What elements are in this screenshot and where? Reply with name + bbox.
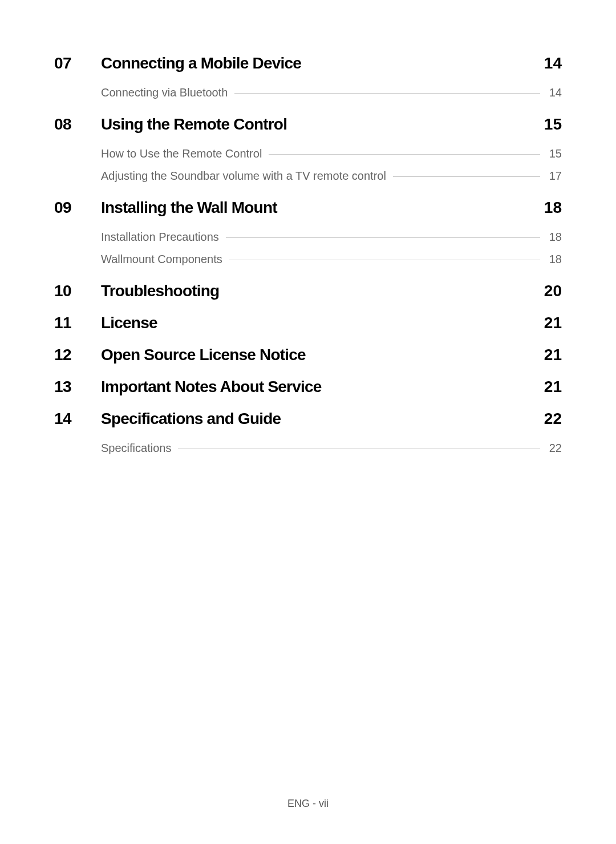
toc-title: Connecting a Mobile Device: [101, 54, 533, 72]
toc-heading[interactable]: 13Important Notes About Service21: [54, 378, 562, 396]
toc-heading[interactable]: 10Troubleshooting20: [54, 282, 562, 300]
page-footer: ENG - vii: [0, 798, 616, 810]
toc-section: 12Open Source License Notice21: [54, 346, 562, 364]
toc-number: 13: [54, 378, 101, 396]
toc-section: 11License21: [54, 314, 562, 332]
toc-number: 07: [54, 54, 101, 72]
toc-subpage: 18: [545, 231, 562, 244]
toc-number: 09: [54, 199, 101, 217]
toc-leader-line: [226, 237, 540, 238]
toc-heading[interactable]: 14Specifications and Guide22: [54, 410, 562, 428]
toc-number: 12: [54, 346, 101, 364]
toc-page: 21: [533, 346, 562, 364]
toc-heading[interactable]: 08Using the Remote Control15: [54, 115, 562, 134]
toc-section: 14Specifications and Guide22Specificatio…: [54, 410, 562, 455]
toc-title: License: [101, 314, 533, 332]
toc-title: Important Notes About Service: [101, 378, 533, 396]
toc-page: 20: [533, 282, 562, 300]
toc-subitem[interactable]: Adjusting the Soundbar volume with a TV …: [54, 169, 562, 183]
toc-heading[interactable]: 07Connecting a Mobile Device14: [54, 54, 562, 72]
toc-number: 11: [54, 314, 101, 332]
table-of-contents: 07Connecting a Mobile Device14Connecting…: [54, 54, 562, 455]
toc-subitem[interactable]: How to Use the Remote Control15: [54, 147, 562, 160]
toc-page: 22: [533, 410, 562, 428]
toc-subitem[interactable]: Specifications22: [54, 442, 562, 455]
toc-subitem[interactable]: Connecting via Bluetooth14: [54, 86, 562, 99]
toc-leader-line: [269, 154, 540, 155]
toc-subtitle: Installation Precautions: [101, 231, 226, 244]
toc-page: 18: [533, 199, 562, 217]
toc-title: Troubleshooting: [101, 282, 533, 300]
toc-subtitle: Wallmount Components: [101, 253, 229, 266]
toc-page: 21: [533, 378, 562, 396]
toc-number: 08: [54, 115, 101, 134]
toc-section: 10Troubleshooting20: [54, 282, 562, 300]
toc-title: Installing the Wall Mount: [101, 199, 533, 217]
toc-subtitle: How to Use the Remote Control: [101, 147, 269, 160]
toc-subpage: 17: [545, 169, 562, 183]
toc-section: 08Using the Remote Control15How to Use t…: [54, 115, 562, 183]
toc-subtitle: Adjusting the Soundbar volume with a TV …: [101, 169, 393, 183]
toc-subtitle: Specifications: [101, 442, 178, 455]
toc-number: 14: [54, 410, 101, 428]
toc-leader-line: [393, 176, 540, 177]
toc-page: 15: [533, 115, 562, 134]
toc-subitem[interactable]: Installation Precautions18: [54, 231, 562, 244]
toc-subitem[interactable]: Wallmount Components18: [54, 253, 562, 266]
toc-title: Using the Remote Control: [101, 115, 533, 134]
toc-leader-line: [234, 93, 540, 94]
toc-section: 09Installing the Wall Mount18Installatio…: [54, 199, 562, 266]
toc-subtitle: Connecting via Bluetooth: [101, 86, 234, 99]
toc-page: 14: [533, 54, 562, 72]
toc-section: 13Important Notes About Service21: [54, 378, 562, 396]
toc-leader-line: [229, 260, 540, 260]
toc-page: 21: [533, 314, 562, 332]
toc-leader-line: [178, 449, 540, 449]
toc-title: Open Source License Notice: [101, 346, 533, 364]
toc-heading[interactable]: 12Open Source License Notice21: [54, 346, 562, 364]
toc-subpage: 18: [545, 253, 562, 266]
toc-title: Specifications and Guide: [101, 410, 533, 428]
toc-heading[interactable]: 11License21: [54, 314, 562, 332]
toc-subpage: 14: [545, 86, 562, 99]
toc-number: 10: [54, 282, 101, 300]
toc-subpage: 15: [545, 147, 562, 160]
toc-heading[interactable]: 09Installing the Wall Mount18: [54, 199, 562, 217]
toc-subpage: 22: [545, 442, 562, 455]
toc-section: 07Connecting a Mobile Device14Connecting…: [54, 54, 562, 99]
